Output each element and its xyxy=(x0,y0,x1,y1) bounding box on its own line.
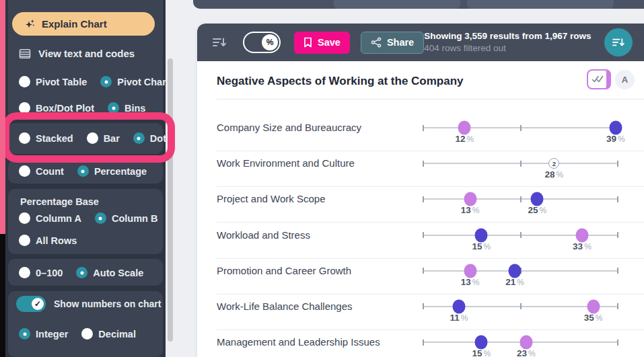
radio-column-a[interactable]: Column A xyxy=(19,212,81,224)
double-check-icon xyxy=(592,75,604,83)
radio-all-rows[interactable]: All Rows xyxy=(19,235,77,246)
data-point-dot-indigo[interactable] xyxy=(453,299,466,313)
row-axis-track: 13%25% xyxy=(423,198,618,200)
axis-tick xyxy=(617,268,618,274)
percentage-display-toggle[interactable]: % xyxy=(243,32,281,53)
radio-count[interactable]: Count xyxy=(19,165,64,177)
row-axis-track: 12%39% xyxy=(423,127,618,128)
sidebar-scrollbar[interactable] xyxy=(168,58,173,342)
row-axis-track: 13%21% xyxy=(423,270,618,272)
row-category-label: Promotion and Career Growth xyxy=(217,266,351,276)
overlap-count-marker[interactable]: 2 xyxy=(548,158,559,169)
radio-icon-selected[interactable] xyxy=(77,165,89,177)
radio-icon[interactable] xyxy=(19,267,30,278)
radio-percentage[interactable]: Percentage xyxy=(77,165,147,177)
data-point-dot-purple[interactable] xyxy=(458,121,471,135)
row-category-label: Work-Life Balance Challenges xyxy=(217,301,353,311)
radio-icon[interactable] xyxy=(19,102,30,114)
percent-toggle-knob[interactable]: % xyxy=(262,34,278,50)
axis-tick xyxy=(617,303,618,309)
axis-tick xyxy=(617,232,618,238)
radio-label: Column B xyxy=(112,213,157,224)
data-point-value-label: 35% xyxy=(584,313,603,323)
radio-icon-selected[interactable] xyxy=(108,102,119,114)
radio-icon-selected[interactable] xyxy=(100,76,112,87)
radio-label: Bar xyxy=(104,133,120,144)
results-summary: Showing 3,559 results from 1,967 rows 40… xyxy=(424,30,591,54)
axis-tick xyxy=(617,161,618,167)
row-axis-track: 228% xyxy=(423,163,618,164)
radio-label: Auto Scale xyxy=(93,268,143,278)
radio-integer[interactable]: Integer xyxy=(19,328,68,340)
data-point-value-label: 33% xyxy=(573,241,592,251)
data-point-dot-purple[interactable] xyxy=(464,192,476,206)
axis-tick xyxy=(520,125,522,131)
view-text-codes-button[interactable]: View text and codes xyxy=(19,48,135,59)
data-point-value-label: 21% xyxy=(505,277,524,287)
radio-label: Count xyxy=(36,166,64,177)
save-button[interactable]: Save xyxy=(294,32,350,54)
radio-icon-selected[interactable] xyxy=(95,212,106,224)
radio-pivot-table[interactable]: Pivot Table xyxy=(19,76,87,87)
radio-bins[interactable]: Bins xyxy=(108,102,145,114)
radio-icon[interactable] xyxy=(19,235,30,246)
results-count-text: Showing 3,559 results from 1,967 rows xyxy=(424,30,591,42)
radio-label: Stacked xyxy=(36,133,73,144)
sort-options-button[interactable] xyxy=(604,28,633,56)
radio-icon-selected[interactable] xyxy=(19,328,30,340)
data-point-value-label: 12% xyxy=(456,134,474,144)
radio-decimal[interactable]: Decimal xyxy=(81,328,136,340)
text-size-button[interactable]: A xyxy=(615,70,635,89)
radio-0-100[interactable]: 0–100 xyxy=(19,267,63,278)
radio-label: Pivot Chart xyxy=(117,77,169,87)
data-point-dot-indigo[interactable] xyxy=(475,228,488,242)
radio-label: 0–100 xyxy=(36,268,63,278)
explain-chart-button[interactable]: Explain Chart xyxy=(12,12,155,36)
radio-label: All Rows xyxy=(36,235,77,246)
radio-icon[interactable] xyxy=(19,212,30,224)
radio-dot[interactable]: Dot xyxy=(133,132,166,144)
data-point-dot-purple[interactable] xyxy=(464,264,476,278)
data-point-dot-indigo[interactable] xyxy=(475,335,488,350)
radio-icon[interactable] xyxy=(87,132,98,144)
sort-descending-icon[interactable] xyxy=(212,36,227,48)
chart-row: Company Size and Bureaucracy12%39% xyxy=(197,100,644,151)
axis-tick xyxy=(617,196,618,202)
radio-icon[interactable] xyxy=(19,132,30,144)
radio-stacked[interactable]: Stacked xyxy=(19,132,73,144)
top-cutoff-button[interactable] xyxy=(334,0,460,9)
explain-chart-label: Explain Chart xyxy=(42,18,107,30)
radio-column-b[interactable]: Column B xyxy=(95,212,157,224)
share-button[interactable]: Share xyxy=(361,32,424,54)
radio-box-dot-plot[interactable]: Box/Dot Plot xyxy=(19,102,94,114)
table-icon xyxy=(19,48,31,59)
data-point-dot-purple[interactable] xyxy=(520,335,532,350)
radio-auto-scale[interactable]: Auto Scale xyxy=(76,267,143,278)
data-point-dot-indigo[interactable] xyxy=(531,192,544,206)
radio-label: Integer xyxy=(36,329,68,340)
radio-label: Dot xyxy=(150,133,166,144)
top-cutoff-button[interactable] xyxy=(467,0,614,9)
radio-pivot-chart[interactable]: Pivot Chart xyxy=(100,76,169,87)
data-point-dot-indigo[interactable] xyxy=(609,121,622,135)
axis-tick xyxy=(423,196,424,202)
data-point-dot-purple[interactable] xyxy=(575,228,588,242)
show-numbers-toggle[interactable] xyxy=(16,296,46,312)
multi-select-button[interactable] xyxy=(587,69,611,89)
share-nodes-icon xyxy=(371,37,382,48)
data-point-value-label: 11% xyxy=(450,313,468,323)
radio-icon-selected[interactable] xyxy=(76,267,87,278)
radio-bar[interactable]: Bar xyxy=(87,132,120,144)
data-point-dot-indigo[interactable] xyxy=(509,264,522,278)
radio-icon[interactable] xyxy=(19,76,30,87)
radio-label: Percentage xyxy=(94,166,147,177)
data-point-dot-purple[interactable] xyxy=(587,299,600,313)
row-category-label: Work Environment and Culture xyxy=(217,158,355,168)
radio-icon[interactable] xyxy=(81,328,93,340)
radio-label: Bins xyxy=(124,103,145,114)
chart-row: Project and Work Scope13%25% xyxy=(197,187,644,223)
axis-tick xyxy=(520,232,522,238)
radio-icon-selected[interactable] xyxy=(133,132,145,144)
axis-tick xyxy=(520,161,522,167)
radio-icon[interactable] xyxy=(19,165,30,177)
